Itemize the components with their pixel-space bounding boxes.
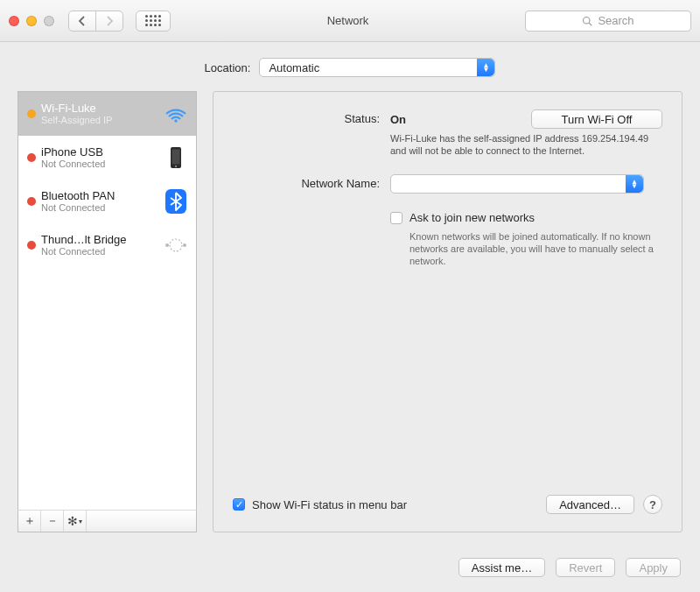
- revert-button[interactable]: Revert: [556, 558, 615, 577]
- svg-point-5: [175, 166, 177, 167]
- service-status: Not Connected: [41, 159, 158, 170]
- assist-me-button[interactable]: Assist me…: [458, 558, 545, 577]
- show-menubar-checkbox[interactable]: Show Wi-Fi status in menu bar: [233, 498, 407, 511]
- checkbox-checked-icon: [233, 498, 245, 511]
- forward-button[interactable]: [95, 11, 123, 32]
- chevron-updown-icon: ▲▼: [626, 175, 643, 193]
- thunderbolt-icon: [163, 236, 189, 254]
- service-status: Not Connected: [41, 202, 158, 214]
- close-icon[interactable]: [9, 16, 19, 26]
- svg-point-0: [584, 17, 591, 24]
- status-dot-icon: [27, 153, 36, 162]
- service-wifi[interactable]: Wi-Fi-Luke Self-Assigned IP: [18, 92, 196, 136]
- status-value-wrap: On Turn Wi-Fi Off Wi-Fi-Luke has the sel…: [390, 109, 662, 157]
- nav-group: [68, 11, 123, 32]
- bluetooth-icon: [163, 189, 189, 214]
- service-status: Self-Assigned IP: [41, 115, 158, 126]
- location-row: Location: Automatic ▲▼: [0, 42, 700, 91]
- remove-service-button[interactable]: －: [41, 511, 64, 532]
- minimize-icon[interactable]: [26, 16, 37, 26]
- svg-point-9: [183, 243, 186, 247]
- bottombar: Assist me… Revert Apply: [0, 543, 700, 592]
- service-thunderbolt-bridge[interactable]: Thund…lt Bridge Not Connected: [18, 223, 196, 267]
- detail-panel: Status: On Turn Wi-Fi Off Wi-Fi-Luke has…: [213, 91, 682, 532]
- search-placeholder: Search: [598, 14, 634, 27]
- service-name: Thund…lt Bridge: [41, 233, 158, 246]
- ask-join-note: Known networks will be joined automatica…: [410, 230, 662, 267]
- search-field[interactable]: Search: [525, 11, 691, 32]
- status-note: Wi-Fi-Luke has the self-assigned IP addr…: [390, 132, 653, 157]
- ask-join-checkbox[interactable]: Ask to join new networks: [390, 211, 535, 224]
- status-dot-icon: [27, 241, 36, 250]
- status-row: Status: On Turn Wi-Fi Off Wi-Fi-Luke has…: [233, 109, 662, 157]
- back-button[interactable]: [68, 11, 96, 32]
- sidebar: Wi-Fi-Luke Self-Assigned IP iPhone USB: [18, 91, 197, 532]
- detail-footer: Show Wi-Fi status in menu bar Advanced… …: [233, 488, 662, 514]
- chevron-down-icon: ▾: [79, 518, 82, 525]
- service-text: Bluetooth PAN Not Connected: [41, 189, 158, 214]
- iphone-icon: [163, 146, 189, 169]
- help-button[interactable]: ?: [643, 495, 662, 514]
- network-name-row: Network Name: ▲▼: [233, 174, 662, 194]
- service-name: Bluetooth PAN: [41, 189, 158, 202]
- status-value: On: [390, 113, 406, 126]
- service-name: Wi-Fi-Luke: [41, 102, 158, 115]
- service-list: Wi-Fi-Luke Self-Assigned IP iPhone USB: [18, 91, 197, 510]
- content: Wi-Fi-Luke Self-Assigned IP iPhone USB: [0, 91, 700, 543]
- location-popup[interactable]: Automatic ▲▼: [259, 58, 495, 77]
- status-dot-icon: [27, 109, 36, 118]
- grid-icon: [145, 15, 161, 26]
- service-text: Wi-Fi-Luke Self-Assigned IP: [41, 102, 158, 126]
- gear-icon: ✻: [67, 514, 78, 528]
- show-all-button[interactable]: [136, 11, 171, 32]
- service-actions-button[interactable]: ✻▾: [64, 511, 87, 532]
- sidebar-toolbar: ＋ － ✻▾: [18, 510, 197, 532]
- service-bluetooth-pan[interactable]: Bluetooth PAN Not Connected: [18, 180, 196, 223]
- status-label: Status:: [233, 109, 390, 125]
- apply-button[interactable]: Apply: [626, 558, 681, 577]
- titlebar: Network Search: [0, 0, 700, 42]
- network-name-value-wrap: ▲▼: [390, 174, 662, 194]
- network-name-popup[interactable]: ▲▼: [390, 174, 644, 194]
- svg-point-8: [165, 243, 169, 247]
- zoom-icon[interactable]: [44, 16, 54, 26]
- window-controls: [9, 16, 54, 26]
- service-iphone-usb[interactable]: iPhone USB Not Connected: [18, 136, 196, 180]
- svg-line-1: [590, 23, 592, 25]
- wifi-toggle-button[interactable]: Turn Wi-Fi Off: [531, 109, 662, 129]
- ask-join-label: Ask to join new networks: [410, 211, 535, 224]
- checkbox-icon: [390, 212, 402, 224]
- wifi-icon: [163, 105, 189, 123]
- service-status: Not Connected: [41, 246, 158, 257]
- svg-rect-4: [172, 150, 180, 165]
- ask-join-row: Ask to join new networks Known networks …: [233, 211, 662, 267]
- chevron-updown-icon: ▲▼: [477, 59, 494, 76]
- service-text: Thund…lt Bridge Not Connected: [41, 233, 158, 257]
- search-icon: [582, 16, 592, 26]
- location-label: Location:: [205, 61, 251, 74]
- svg-point-7: [170, 239, 182, 251]
- svg-point-2: [174, 119, 177, 122]
- show-menubar-label: Show Wi-Fi status in menu bar: [252, 498, 407, 511]
- status-dot-icon: [27, 197, 36, 206]
- window-title: Network: [179, 14, 516, 27]
- network-name-label: Network Name:: [233, 174, 390, 190]
- advanced-button[interactable]: Advanced…: [546, 495, 634, 514]
- add-service-button[interactable]: ＋: [18, 511, 41, 532]
- service-name: iPhone USB: [41, 145, 158, 159]
- location-value: Automatic: [269, 61, 319, 74]
- service-text: iPhone USB Not Connected: [41, 145, 158, 170]
